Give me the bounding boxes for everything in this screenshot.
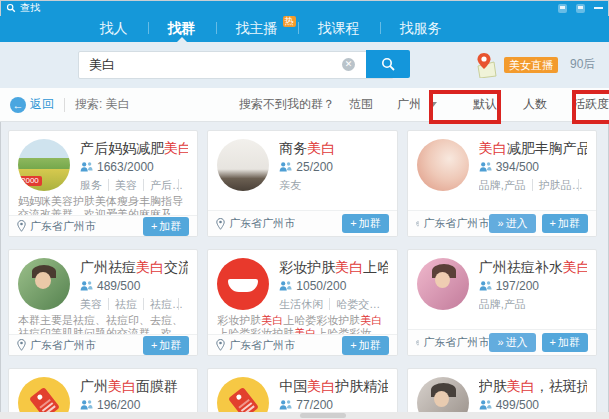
join-group-button[interactable]: +加群 [143,217,189,236]
cannot-find-group-link[interactable]: 搜索不到我的群？ [239,96,335,113]
group-card[interactable]: 商务美白 25/200 亲友 [207,130,397,237]
group-description: 妈妈咪美容护肤美体瘦身丰胸指导交流改善群，欢迎爱美的麻麻及想要改善的肌肤问的进群… [18,195,188,215]
group-title[interactable]: 广州祛痘美白交流 [80,258,188,276]
group-avatar [417,139,469,191]
clear-icon[interactable]: ✕ [342,58,355,71]
enter-group-button[interactable]: »进入 [489,214,535,233]
sort-option[interactable]: 人数 [523,96,547,113]
group-tag: 服务 [80,179,102,191]
group-title[interactable]: 美白减肥丰胸产品交流 [479,139,587,157]
location-pin-icon [416,218,420,230]
current-search-label: 搜索: 美白 [75,96,130,113]
member-count: 1663/2000 [97,160,154,174]
sort-option[interactable]: 默认 [473,96,497,113]
members-icon [80,161,93,173]
group-card[interactable]: 广州祛痘美白交流 489/500 美容祛痘祛痘祛痘祛痘 本群主要是祛痘、祛痘印、… [8,249,198,356]
tab-5[interactable]: 找服务 [380,16,462,42]
hot-badge: 热 [283,16,296,27]
join-group-button[interactable]: +加群 [542,333,588,352]
group-avatar: 2000 [18,139,70,191]
group-location: 广东省广州市 [229,216,295,231]
group-description: 彩妆护肤美白上哈娄彩妆护肤美白上哈娄彩妆护肤美白上哈娄彩妆护肤美白上哈娄彩妆护肤… [217,314,387,334]
join-group-button[interactable]: +加群 [342,214,388,233]
group-tag: 产后 [143,179,172,191]
plus-icon: + [151,220,157,232]
group-tags: 生活休闲哈娄交友面膜哈娄星 [279,297,387,311]
horizontal-scrollbar[interactable] [0,412,609,419]
enter-group-button[interactable]: »进入 [489,333,535,352]
back-button[interactable]: ← 返回 [10,96,54,113]
member-count: 197/200 [496,279,539,293]
member-count: 499/500 [496,398,539,412]
group-tags: 品牌,产品护肤品化妆品香水 [479,178,587,192]
divider [64,98,65,112]
find-icon [6,3,16,13]
map-pin-icon[interactable] [474,52,498,78]
group-location: 广东省广州市 [423,335,489,350]
group-tag: 品牌,产品 [479,179,526,191]
hot-search-zone: 美女直播 90后TFBOY [504,56,609,73]
join-group-button[interactable]: +加群 [542,214,588,233]
group-results-grid: 2000 产后妈妈减肥美白丰胸 1663/2000 服务美容产后丰胸面膜 妈妈咪… [0,122,609,419]
member-count: 196/200 [97,398,140,412]
join-group-button[interactable]: +加群 [143,336,189,355]
chevron-down-icon [429,102,437,107]
group-title[interactable]: 产后妈妈减肥美白丰胸 [80,139,188,157]
group-title[interactable]: 商务美白 [279,139,387,157]
members-icon [279,399,292,411]
group-title[interactable]: 彩妆护肤美白上哈娄 [279,258,387,276]
group-card[interactable]: 2000 产后妈妈减肥美白丰胸 1663/2000 服务美容产后丰胸面膜 妈妈咪… [8,130,198,237]
find-window: 查找 找人找群找主播热找课程找服务 ✕ 美女直播 90后TFBOY [0,0,609,419]
group-avatar [217,139,269,191]
lock-icon[interactable] [576,4,585,13]
members-icon [80,280,93,292]
group-tag: 生活休闲 [279,298,323,310]
group-card[interactable]: 广州祛痘补水美白群 197/200 品牌,产品 [407,249,597,356]
plus-icon: + [550,336,556,348]
minimize-button[interactable] [594,7,603,9]
location-pin-icon [216,218,225,230]
group-avatar [18,258,70,310]
group-title[interactable]: 护肤美白，祛斑抗皱 [479,377,587,395]
group-title[interactable]: 广州美白面膜群 [80,377,188,395]
sort-option[interactable]: 活跃度 [573,96,609,113]
live-badge[interactable]: 美女直播 [504,57,558,73]
member-count: 77/200 [296,398,333,412]
group-location: 广东省广州市 [30,219,96,234]
group-tag: 祛痘 [143,298,172,310]
back-arrow-icon: ← [10,97,26,113]
city-value: 广州 [397,96,421,113]
tab-2[interactable]: 找群 [148,16,216,42]
window-title: 查找 [20,0,40,16]
group-avatar [217,258,269,310]
tab-bar: 找人找群找主播热找课程找服务 [0,16,609,42]
group-avatar [417,258,469,310]
tab-1[interactable]: 找人 [80,16,148,42]
magnifier-icon [380,56,396,72]
group-card[interactable]: 彩妆护肤美白上哈娄 1050/200 生活休闲哈娄交友面膜哈娄星 彩妆护肤美白上… [207,249,397,356]
filter-bar: ← 返回 搜索: 美白 搜索不到我的群？ 范围 广州 默认人数活跃度 [0,88,609,122]
hot-search-tag[interactable]: 90后 [570,56,595,73]
scrollbar-thumb[interactable] [300,413,346,418]
group-tags: 服务美容产后丰胸面膜 [80,178,188,192]
tab-3[interactable]: 找主播热 [216,16,298,42]
group-location: 广东省广州市 [30,338,96,353]
search-button[interactable] [366,50,410,78]
group-description: 本群主要是祛痘、祛痘印、去痘、祛痘印等肌肤问题的交流群，欢迎广大手青春痘、痤疮、… [18,314,188,334]
group-card[interactable]: 美白减肥丰胸产品交流 394/500 品牌,产品护肤品化妆品香水 [407,130,597,237]
members-icon [279,280,292,292]
tab-4[interactable]: 找课程 [298,16,380,42]
feedback-icon[interactable] [558,4,567,13]
join-group-button[interactable]: +加群 [342,336,388,355]
group-tag: 护肤品 [532,179,572,191]
group-location: 广东省广州市 [229,338,295,353]
city-dropdown[interactable]: 广州 [387,96,447,113]
group-title[interactable]: 中国美白护肤精油群 [279,377,387,395]
group-tag: 美容 [108,179,137,191]
group-title[interactable]: 广州祛痘补水美白群 [479,258,587,276]
group-tags: 美容祛痘祛痘祛痘祛痘 [80,297,188,311]
location-pin-icon [416,337,420,349]
member-count: 25/200 [296,160,333,174]
members-icon [479,280,492,292]
plus-icon: + [350,217,356,229]
